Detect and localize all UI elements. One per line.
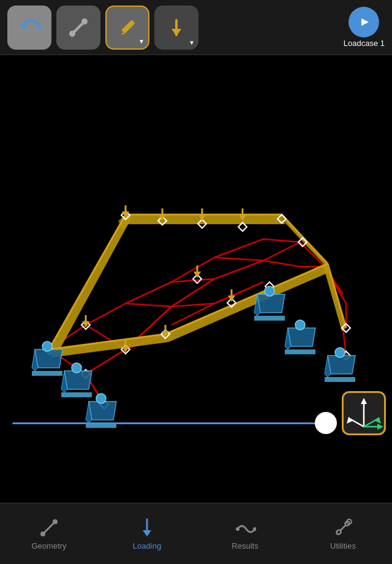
nav-label-loading: Loading xyxy=(133,541,161,551)
loadcase-button[interactable]: Loadcase 1 xyxy=(344,7,385,48)
slider-area xyxy=(0,405,392,441)
svg-line-49 xyxy=(282,215,328,264)
svg-point-2 xyxy=(69,31,75,37)
slider-track[interactable] xyxy=(12,422,331,424)
loadcase-label: Loadcase 1 xyxy=(344,39,385,48)
svg-line-45 xyxy=(49,215,126,349)
svg-line-25 xyxy=(214,261,263,279)
svg-rect-95 xyxy=(61,392,92,397)
svg-line-28 xyxy=(263,261,300,267)
bottom-nav: Geometry Loading Results Utilities xyxy=(0,503,392,564)
axes-button[interactable] xyxy=(342,391,386,435)
pencil-button[interactable]: ▼ xyxy=(105,6,149,50)
arrow-dropdown-arrow: ▼ xyxy=(189,39,195,46)
nav-label-results: Results xyxy=(232,541,258,551)
svg-line-51 xyxy=(328,264,346,328)
nav-item-geometry[interactable]: Geometry xyxy=(0,503,98,564)
svg-line-15 xyxy=(126,282,172,303)
svg-marker-105 xyxy=(288,328,315,346)
toolbar: ▼ ▼ Loadcase 1 xyxy=(0,0,392,55)
svg-marker-120 xyxy=(377,424,383,430)
nav-item-utilities[interactable]: Utilities xyxy=(294,503,392,564)
loadcase-circle xyxy=(349,7,379,37)
svg-marker-8 xyxy=(361,18,369,26)
pencil-dropdown-arrow: ▼ xyxy=(138,38,145,45)
svg-point-108 xyxy=(295,320,305,330)
svg-point-122 xyxy=(40,532,45,536)
svg-marker-116 xyxy=(347,417,353,424)
nav-item-results[interactable]: Results xyxy=(196,503,294,564)
svg-marker-101 xyxy=(257,294,285,313)
geometry-icon xyxy=(38,517,60,539)
utilities-icon xyxy=(332,517,354,539)
svg-marker-125 xyxy=(143,530,151,536)
svg-marker-109 xyxy=(328,356,355,374)
svg-rect-103 xyxy=(254,316,285,321)
svg-point-112 xyxy=(335,348,345,357)
svg-point-96 xyxy=(72,363,81,373)
svg-point-123 xyxy=(53,519,58,524)
svg-rect-111 xyxy=(325,377,355,382)
svg-marker-114 xyxy=(361,398,367,404)
svg-point-100 xyxy=(96,394,106,403)
undo-button[interactable] xyxy=(7,6,51,50)
canvas-area xyxy=(0,55,392,503)
nav-label-utilities: Utilities xyxy=(330,541,356,551)
svg-line-24 xyxy=(214,257,263,261)
svg-marker-89 xyxy=(35,349,62,368)
svg-line-23 xyxy=(214,239,263,257)
svg-marker-44 xyxy=(49,215,132,356)
svg-line-37 xyxy=(172,279,214,307)
svg-line-121 xyxy=(43,522,55,534)
svg-point-92 xyxy=(42,341,52,351)
svg-line-35 xyxy=(86,349,126,374)
svg-point-104 xyxy=(265,286,274,296)
svg-marker-93 xyxy=(64,371,92,389)
svg-line-16 xyxy=(126,303,172,307)
svg-point-126 xyxy=(236,527,239,531)
slider-thumb[interactable] xyxy=(315,412,337,434)
svg-marker-7 xyxy=(172,29,181,36)
svg-marker-118 xyxy=(374,417,381,424)
loading-icon xyxy=(136,517,158,539)
svg-rect-107 xyxy=(285,349,315,354)
svg-line-27 xyxy=(263,242,300,261)
svg-rect-91 xyxy=(32,371,62,376)
arrow-button[interactable]: ▼ xyxy=(154,6,198,50)
svg-rect-4 xyxy=(121,20,135,34)
nav-item-loading[interactable]: Loading xyxy=(98,503,196,564)
svg-line-11 xyxy=(86,303,126,325)
results-icon xyxy=(234,517,256,539)
nav-label-geometry: Geometry xyxy=(31,541,66,551)
link-button[interactable] xyxy=(56,6,100,50)
svg-point-3 xyxy=(81,18,88,25)
svg-line-26 xyxy=(263,239,300,242)
